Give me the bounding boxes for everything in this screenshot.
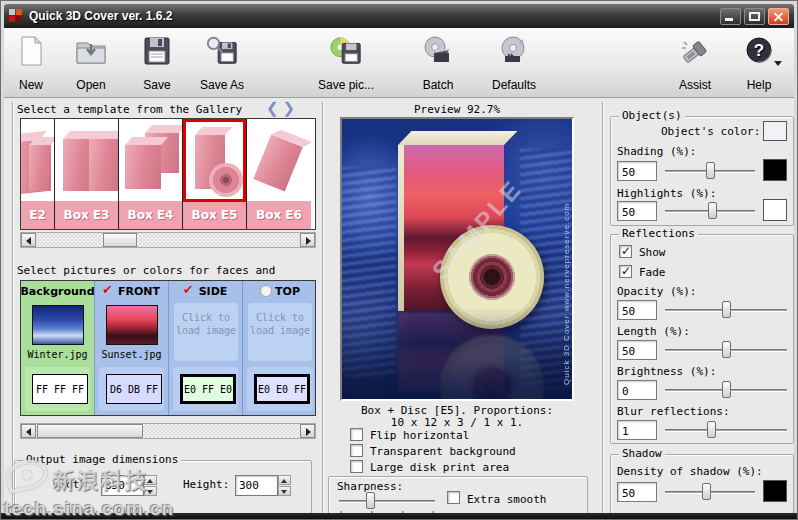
flip-horizontal-label: Flip horizontal xyxy=(370,429,469,442)
shading-slider[interactable] xyxy=(665,162,755,180)
length-input[interactable] xyxy=(617,340,657,360)
preview-zoom-label: Preview 92.7% xyxy=(326,103,588,116)
slider-thumb[interactable] xyxy=(706,162,715,179)
shadow-density-input[interactable] xyxy=(617,482,657,502)
gallery-next-button[interactable]: ❯ xyxy=(283,99,300,117)
width-up-button[interactable] xyxy=(144,475,157,485)
width-spinner[interactable] xyxy=(101,475,157,496)
gallery-item-label: Box E5 xyxy=(183,201,246,229)
reflections-group: Reflections Show Fade Opacity (%): Lengt… xyxy=(610,234,794,444)
height-label: Height: xyxy=(183,478,229,491)
flip-horizontal-checkbox[interactable] xyxy=(350,428,363,441)
extra-smooth-label: Extra smooth xyxy=(467,493,546,506)
shadow-color-swatch[interactable] xyxy=(763,480,787,502)
slider-thumb[interactable] xyxy=(722,341,731,358)
shading-input[interactable] xyxy=(617,161,657,181)
slider-thumb[interactable] xyxy=(366,492,375,509)
slider-thumb[interactable] xyxy=(722,301,731,318)
defaults-button[interactable]: Defaults xyxy=(490,32,538,94)
maximize-button[interactable] xyxy=(744,8,765,25)
assist-button[interactable]: Assist xyxy=(676,32,714,94)
gallery-item-box-e6[interactable]: Box E6 xyxy=(247,119,311,229)
save-picture-button[interactable]: Save pic... xyxy=(316,32,376,94)
preview-render: SAMPLE Quick 3D Cover www.nervepreserve.… xyxy=(342,119,572,399)
face-column-side: SIDE Click to load image E0 FF E0 xyxy=(169,281,243,415)
brightness-slider[interactable] xyxy=(665,381,787,399)
length-slider[interactable] xyxy=(665,341,787,359)
side-enabled-check-icon[interactable] xyxy=(184,285,196,297)
blur-reflections-slider[interactable] xyxy=(665,421,787,439)
gallery-scrollbar[interactable] xyxy=(20,232,316,248)
extra-smooth-checkbox[interactable] xyxy=(447,491,460,504)
toolbar: New Open Save Save As xyxy=(4,28,794,98)
new-button[interactable]: New xyxy=(12,32,50,94)
height-spinner[interactable] xyxy=(235,475,291,496)
width-input[interactable] xyxy=(101,475,144,496)
slider-thumb[interactable] xyxy=(708,202,717,219)
front-enabled-check-icon[interactable] xyxy=(103,285,115,297)
app-icon xyxy=(9,9,23,23)
save-as-button[interactable]: Save As xyxy=(198,32,246,94)
batch-button[interactable]: Batch xyxy=(419,32,457,94)
question-mark-glyph: ? xyxy=(742,34,776,68)
gallery-item-e2[interactable]: E2 xyxy=(21,119,55,229)
gallery-item-box-e5[interactable]: Box E5 xyxy=(183,119,247,229)
transparent-background-checkbox[interactable] xyxy=(350,444,363,457)
object-color-swatch[interactable] xyxy=(763,121,787,141)
side-color-swatch[interactable]: E0 FF E0 xyxy=(180,374,236,404)
opacity-slider[interactable] xyxy=(665,301,787,319)
scrollbar-thumb[interactable] xyxy=(37,424,143,438)
brightness-label: Brightness (%): xyxy=(617,365,716,378)
preview-frame[interactable]: SAMPLE Quick 3D Cover www.nervepreserve.… xyxy=(340,117,574,401)
faces-scrollbar[interactable] xyxy=(20,423,316,439)
slider-thumb[interactable] xyxy=(707,421,716,438)
background-color-swatch[interactable]: FF FF FF xyxy=(32,374,88,404)
help-dropdown-arrow-icon xyxy=(774,61,782,66)
side-image-placeholder[interactable]: Click to load image xyxy=(174,303,238,361)
open-button[interactable]: Open xyxy=(72,32,110,94)
close-button[interactable] xyxy=(768,8,789,25)
blur-reflections-input[interactable] xyxy=(617,420,657,440)
scroll-left-button[interactable] xyxy=(21,424,36,438)
highlights-input[interactable] xyxy=(617,201,657,221)
face-column-background: Background Winter.jpg FF FF FF xyxy=(21,281,95,415)
slider-thumb[interactable] xyxy=(702,483,711,500)
opacity-input[interactable] xyxy=(617,300,657,320)
height-down-button[interactable] xyxy=(278,486,291,496)
width-down-button[interactable] xyxy=(144,486,157,496)
large-disk-print-area-checkbox[interactable] xyxy=(350,460,363,473)
gallery-item-box-e3[interactable]: Box E3 xyxy=(55,119,119,229)
top-enabled-check-icon[interactable] xyxy=(260,285,272,297)
scrollbar-thumb[interactable] xyxy=(103,233,137,247)
save-button[interactable]: Save xyxy=(138,32,176,94)
top-color-swatch[interactable]: E0 E0 FF xyxy=(254,374,310,404)
objects-group: Object(s) Object's color: Shading (%): H… xyxy=(610,116,794,226)
front-color-swatch[interactable]: D6 DB FF xyxy=(106,374,162,404)
minimize-icon xyxy=(725,18,733,21)
top-image-placeholder[interactable]: Click to load image xyxy=(248,303,312,361)
scroll-left-button[interactable] xyxy=(21,233,36,247)
gallery-prev-button[interactable]: ❮ xyxy=(266,99,283,117)
scroll-right-button[interactable] xyxy=(300,233,315,247)
help-button[interactable]: ? Help xyxy=(740,32,778,94)
scroll-right-button[interactable] xyxy=(300,424,315,438)
gallery-item-box-e4[interactable]: Box E4 xyxy=(119,119,183,229)
front-image-thumbnail[interactable] xyxy=(106,305,158,345)
background-image-thumbnail[interactable] xyxy=(32,305,84,345)
highlights-color-swatch[interactable] xyxy=(763,199,787,221)
slider-thumb[interactable] xyxy=(722,381,731,398)
height-input[interactable] xyxy=(235,475,278,496)
minimize-button[interactable] xyxy=(720,8,741,25)
brightness-input[interactable] xyxy=(617,380,657,400)
show-checkbox[interactable] xyxy=(619,245,632,258)
shading-color-swatch[interactable] xyxy=(763,159,787,181)
highlights-slider[interactable] xyxy=(665,202,755,220)
sharpness-slider[interactable] xyxy=(339,492,435,510)
background-image-filename: Winter.jpg xyxy=(21,349,94,360)
height-up-button[interactable] xyxy=(278,475,291,485)
fade-checkbox[interactable] xyxy=(619,265,632,278)
shadow-density-slider[interactable] xyxy=(665,483,755,501)
title-bar[interactable]: Quick 3D Cover ver. 1.6.2 xyxy=(4,4,794,28)
width-label: Width: xyxy=(53,478,93,491)
gallery-item-label: Box E6 xyxy=(247,201,311,229)
